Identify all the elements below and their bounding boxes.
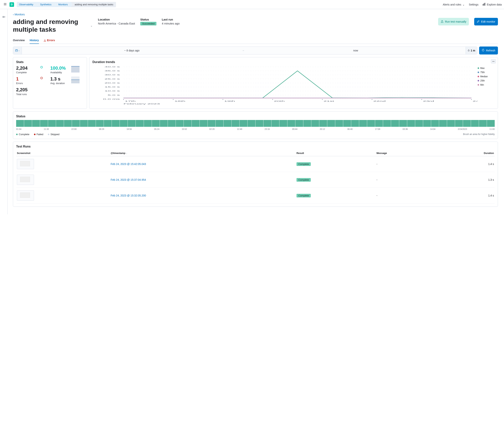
legend-item[interactable]: Min	[478, 83, 495, 86]
date-from[interactable]: ~ 8 days ago	[22, 49, 242, 52]
status-cell[interactable]	[487, 120, 495, 127]
status-cell[interactable]	[439, 120, 447, 127]
status-cell[interactable]	[415, 120, 423, 127]
status-cell[interactable]	[455, 120, 463, 127]
screenshot-thumbnail[interactable]	[17, 159, 34, 169]
hamburger-menu-button[interactable]	[2, 1, 8, 8]
refresh-interval[interactable]: 1 m	[466, 47, 477, 54]
status-cell[interactable]	[423, 120, 431, 127]
date-range-picker[interactable]: ⌄ ~ 8 days ago → now 1 m	[13, 46, 477, 54]
status-cell[interactable]	[152, 120, 160, 127]
calendar-button[interactable]: ⌄	[13, 47, 22, 54]
status-cell[interactable]	[64, 120, 72, 127]
status-cell[interactable]	[288, 120, 295, 127]
status-cell[interactable]	[192, 120, 199, 127]
crumb-synthetics[interactable]: Synthetics	[36, 2, 54, 7]
explore-data-link[interactable]: Explore data	[483, 3, 502, 6]
status-cell[interactable]	[200, 120, 207, 127]
tab-overview[interactable]: Overview	[13, 37, 25, 44]
status-cell[interactable]	[176, 120, 184, 127]
crumb-monitors[interactable]: Monitors	[54, 2, 71, 7]
refresh-button[interactable]: Refresh	[479, 46, 498, 54]
title-chevron-down-icon[interactable]: ⌄	[90, 24, 93, 27]
status-cell[interactable]	[112, 120, 120, 127]
status-cell[interactable]	[224, 120, 231, 127]
status-cell[interactable]	[295, 120, 303, 127]
status-cell[interactable]	[479, 120, 487, 127]
status-cell[interactable]	[447, 120, 455, 127]
legend-item[interactable]: Median	[478, 75, 495, 78]
status-cell[interactable]	[255, 120, 263, 127]
status-cell[interactable]	[104, 120, 112, 127]
status-cell[interactable]	[16, 120, 24, 127]
status-cell[interactable]	[96, 120, 104, 127]
status-cell[interactable]	[144, 120, 152, 127]
edit-monitor-button[interactable]: Edit monitor	[474, 18, 498, 26]
status-cell[interactable]	[399, 120, 407, 127]
legend-item[interactable]: Max	[478, 67, 495, 70]
status-cell[interactable]	[184, 120, 191, 127]
col-duration[interactable]: Duration	[436, 150, 495, 156]
status-cell[interactable]	[32, 120, 40, 127]
status-cell[interactable]	[335, 120, 343, 127]
status-cell[interactable]	[383, 120, 391, 127]
status-cell[interactable]	[271, 120, 279, 127]
status-cell[interactable]	[311, 120, 319, 127]
status-cell[interactable]	[248, 120, 255, 127]
status-cell[interactable]	[359, 120, 367, 127]
status-cell[interactable]	[80, 120, 88, 127]
status-cell[interactable]	[128, 120, 135, 127]
duration-trends-chart[interactable]: 0.0 ms5.0 s10.0 s15.0 s20.0 s25.0 s30.0 …	[92, 66, 478, 106]
status-cell[interactable]	[367, 120, 375, 127]
back-to-monitors[interactable]: ‹ Monitors	[13, 13, 498, 16]
run-timestamp-link[interactable]: Feb 24, 2023 @ 15:42:05.043	[111, 162, 146, 165]
status-cell[interactable]	[40, 120, 48, 127]
crumb-observability[interactable]: Observability	[17, 2, 36, 7]
status-cell[interactable]	[136, 120, 144, 127]
status-cell[interactable]	[160, 120, 168, 127]
legend-item[interactable]: 25th	[478, 79, 495, 82]
run-timestamp-link[interactable]: Feb 24, 2023 @ 15:37:04.954	[111, 178, 146, 181]
status-cell[interactable]	[431, 120, 439, 127]
settings-link[interactable]: Settings	[469, 3, 478, 6]
status-heatmap[interactable]	[16, 120, 495, 127]
sidebar-collapse[interactable]	[0, 9, 8, 214]
status-cell[interactable]	[48, 120, 56, 127]
status-cell[interactable]	[88, 120, 96, 127]
col-timestamp[interactable]: @timestamp↓	[110, 150, 296, 156]
status-cell[interactable]	[240, 120, 247, 127]
status-cell[interactable]	[343, 120, 351, 127]
status-cell[interactable]	[279, 120, 287, 127]
status-cell[interactable]	[232, 120, 239, 127]
status-cell[interactable]	[120, 120, 127, 127]
status-cell[interactable]	[216, 120, 224, 127]
col-result[interactable]: Result	[296, 150, 376, 156]
status-cell[interactable]	[351, 120, 359, 127]
status-cell[interactable]	[375, 120, 383, 127]
status-cell[interactable]	[471, 120, 479, 127]
status-cell[interactable]	[303, 120, 311, 127]
status-cell[interactable]	[327, 120, 335, 127]
screenshot-thumbnail[interactable]	[17, 175, 34, 185]
date-to[interactable]: now	[246, 49, 466, 52]
status-cell[interactable]	[391, 120, 399, 127]
run-timestamp-link[interactable]: Feb 24, 2023 @ 15:32:05.200	[111, 194, 146, 197]
status-cell[interactable]	[72, 120, 80, 127]
status-cell[interactable]	[56, 120, 64, 127]
col-message[interactable]: Message	[376, 150, 436, 156]
run-test-manually-button[interactable]: Run test manually	[438, 18, 469, 26]
status-cell[interactable]	[263, 120, 271, 127]
status-cell[interactable]	[463, 120, 471, 127]
screenshot-thumbnail[interactable]	[17, 190, 34, 201]
tab-errors[interactable]: △ Errors	[44, 37, 55, 44]
panel-options-button[interactable]: ▫▫▫	[491, 59, 496, 63]
tab-history[interactable]: History	[30, 37, 39, 44]
col-screenshot[interactable]: Screenshot	[16, 150, 110, 156]
status-cell[interactable]	[208, 120, 216, 127]
space-avatar[interactable]: D	[9, 2, 14, 7]
legend-item[interactable]: 75th	[478, 71, 495, 74]
status-cell[interactable]	[319, 120, 327, 127]
status-cell[interactable]	[168, 120, 176, 127]
alerts-and-rules-menu[interactable]: Alerts and rules ⌄	[443, 3, 465, 6]
status-cell[interactable]	[24, 120, 32, 127]
